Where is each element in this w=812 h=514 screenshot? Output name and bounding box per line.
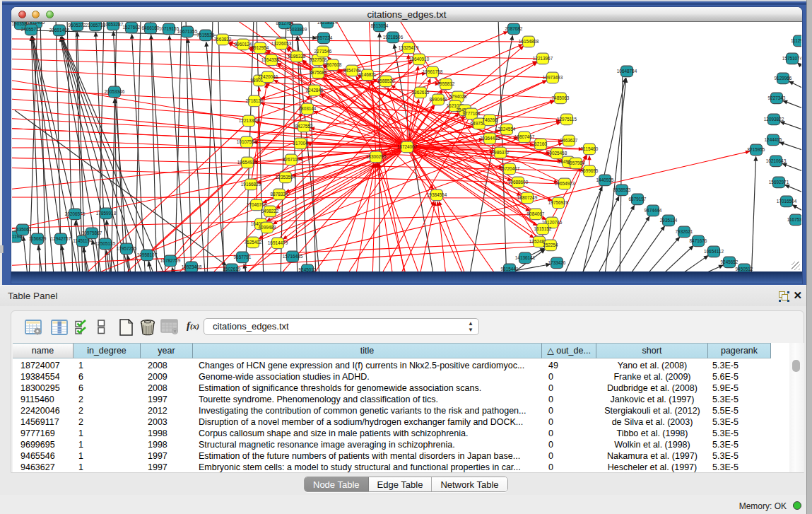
svg-text:19166829: 19166829: [241, 182, 261, 187]
svg-text:9777169: 9777169: [463, 111, 481, 116]
svg-text:2867608: 2867608: [324, 62, 342, 67]
svg-text:10807467: 10807467: [514, 134, 535, 139]
svg-text:10210643: 10210643: [766, 158, 787, 163]
svg-text:10653287: 10653287: [103, 22, 124, 27]
svg-text:17046766: 17046766: [247, 202, 267, 207]
svg-text:9327508: 9327508: [310, 57, 327, 62]
svg-text:7955812: 7955812: [437, 81, 455, 86]
svg-text:8813054: 8813054: [371, 23, 389, 28]
svg-text:17859918: 17859918: [96, 211, 117, 216]
svg-text:8912954: 8912954: [252, 45, 269, 50]
svg-text:17016504: 17016504: [777, 199, 797, 204]
svg-text:7625402: 7625402: [245, 240, 262, 245]
svg-text:10025458: 10025458: [547, 151, 567, 156]
svg-text:19654925: 19654925: [237, 160, 258, 165]
svg-text:9605372: 9605372: [69, 23, 86, 28]
svg-text:9084067: 9084067: [527, 211, 545, 216]
svg-text:9245652: 9245652: [721, 259, 739, 264]
svg-text:18300295: 18300295: [366, 154, 387, 159]
svg-text:19218514: 19218514: [317, 22, 338, 25]
svg-text:12942757: 12942757: [51, 236, 71, 241]
svg-text:24055713: 24055713: [21, 27, 42, 32]
svg-text:10961758: 10961758: [423, 69, 443, 74]
svg-text:19384554: 19384554: [427, 192, 447, 197]
svg-text:15716485: 15716485: [283, 254, 303, 259]
svg-text:9474444: 9474444: [645, 208, 662, 213]
svg-text:4957984: 4957984: [567, 160, 585, 165]
svg-text:7515526: 7515526: [197, 33, 215, 37]
svg-text:12505135: 12505135: [95, 241, 116, 246]
svg-text:1112964: 1112964: [791, 38, 801, 43]
svg-text:10654112: 10654112: [704, 249, 724, 254]
svg-text:15751074: 15751074: [782, 56, 801, 61]
svg-text:2718126: 2718126: [246, 98, 264, 103]
svg-text:2935114: 2935114: [660, 218, 678, 223]
svg-text:9115460: 9115460: [581, 146, 599, 151]
svg-text:20053346: 20053346: [105, 89, 125, 94]
svg-text:10958107: 10958107: [137, 252, 158, 257]
svg-text:3824554: 3824554: [498, 127, 516, 132]
svg-text:2087682: 2087682: [505, 26, 523, 31]
svg-text:1588520: 1588520: [377, 78, 395, 83]
svg-text:7932621: 7932621: [676, 229, 693, 234]
svg-text:8471676: 8471676: [690, 238, 707, 243]
svg-text:8938923: 8938923: [613, 187, 631, 192]
svg-text:2803144: 2803144: [299, 106, 317, 111]
svg-text:6466160: 6466160: [142, 25, 160, 30]
svg-text:12213369: 12213369: [239, 118, 259, 123]
svg-text:7857224: 7857224: [315, 35, 333, 40]
svg-text:62160: 62160: [534, 141, 547, 146]
svg-text:10107554: 10107554: [237, 139, 257, 144]
svg-text:14136141: 14136141: [515, 255, 536, 260]
svg-text:10543382: 10543382: [261, 57, 282, 62]
svg-text:1440935: 1440935: [596, 177, 614, 182]
svg-text:16154808: 16154808: [519, 39, 539, 44]
svg-text:1733426: 1733426: [548, 260, 566, 265]
svg-text:16782759: 16782759: [160, 258, 181, 263]
svg-text:16914479: 16914479: [268, 240, 288, 245]
svg-text:12093822: 12093822: [764, 117, 784, 122]
svg-text:8960124: 8960124: [235, 42, 252, 47]
svg-text:10648784: 10648784: [617, 69, 637, 74]
svg-text:1244415: 1244415: [765, 137, 782, 142]
svg-text:8215955: 8215955: [748, 147, 765, 152]
svg-text:7986372: 7986372: [492, 150, 510, 155]
svg-text:8878334: 8878334: [271, 192, 288, 197]
svg-text:8427552: 8427552: [295, 124, 313, 129]
svg-text:15692971: 15692971: [769, 180, 789, 185]
svg-text:5498222: 5498222: [261, 209, 279, 214]
svg-text:7663822: 7663822: [214, 37, 232, 42]
svg-text:20206576: 20206576: [65, 211, 86, 216]
svg-text:1156829: 1156829: [29, 236, 47, 241]
svg-text:19654923: 19654923: [555, 181, 575, 186]
svg-text:8267110: 8267110: [283, 157, 300, 162]
svg-text:10688609: 10688609: [508, 180, 529, 185]
svg-text:13325419: 13325419: [399, 45, 419, 50]
svg-text:19756928: 19756928: [548, 200, 569, 205]
svg-text:10975867: 10975867: [82, 230, 102, 235]
svg-text:746266: 746266: [482, 117, 498, 122]
svg-text:9657791: 9657791: [234, 255, 252, 259]
svg-text:22420046: 22420046: [258, 74, 278, 79]
svg-text:8186328: 8186328: [288, 54, 306, 59]
svg-text:9227343: 9227343: [768, 95, 786, 100]
svg-text:1527602: 1527602: [123, 25, 141, 30]
svg-text:9815440: 9815440: [501, 267, 519, 271]
svg-text:20364436: 20364436: [480, 136, 500, 141]
svg-text:20691406: 20691406: [49, 28, 70, 33]
svg-text:252254: 252254: [543, 243, 558, 247]
svg-text:1167534: 1167534: [787, 217, 801, 222]
svg-text:10923468: 10923468: [182, 264, 202, 269]
svg-text:18724007: 18724007: [397, 144, 418, 149]
svg-text:7485063: 7485063: [552, 95, 570, 100]
svg-text:12213967: 12213967: [533, 56, 553, 61]
svg-text:8512764: 8512764: [276, 22, 294, 25]
svg-text:6794028: 6794028: [449, 94, 467, 99]
svg-text:9242848: 9242848: [306, 88, 324, 93]
svg-text:12353594: 12353594: [276, 175, 296, 180]
svg-text:1435061: 1435061: [14, 227, 32, 232]
svg-text:10671355: 10671355: [177, 29, 198, 34]
svg-text:10719155: 10719155: [159, 26, 180, 31]
svg-text:18640910: 18640910: [409, 57, 430, 62]
svg-text:2602619: 2602619: [223, 267, 241, 271]
